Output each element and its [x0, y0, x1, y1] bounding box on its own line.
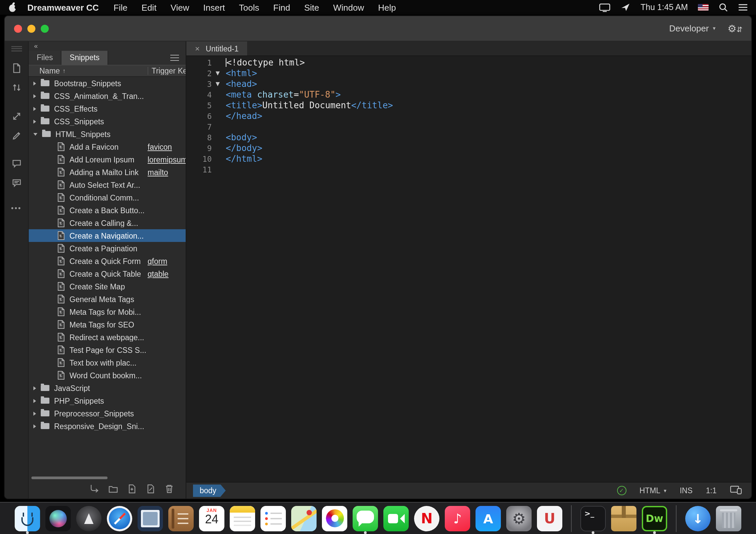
- tree-snippet-row[interactable]: Create a Pagination: [29, 242, 186, 255]
- messages-icon[interactable]: [353, 506, 378, 531]
- settings-gear-icon[interactable]: ⚙⇵: [728, 23, 742, 33]
- tree-snippet-row[interactable]: Create a Quick Tableqtable: [29, 267, 186, 280]
- dock-item-appstore[interactable]: A: [476, 502, 501, 534]
- dock-item-messages[interactable]: [353, 502, 378, 534]
- tree-snippet-row[interactable]: Create a Navigation...: [29, 229, 186, 242]
- close-window-button[interactable]: [14, 24, 22, 32]
- insert-mode-indicator[interactable]: INS: [680, 487, 693, 495]
- tree-snippet-row[interactable]: Adding a Mailto Linkmailto: [29, 166, 186, 178]
- code-text[interactable]: </html>: [224, 154, 262, 164]
- dock-item-calendar[interactable]: JAN24: [199, 502, 224, 534]
- scrollbar-thumb[interactable]: [31, 477, 108, 479]
- music-icon[interactable]: ♪: [445, 506, 470, 531]
- launchpad-icon[interactable]: [76, 506, 102, 531]
- tree-snippet-row[interactable]: Meta Tags for SEO: [29, 318, 186, 331]
- trigger-key[interactable]: mailto: [148, 168, 186, 176]
- tree-snippet-row[interactable]: Create Site Map: [29, 280, 186, 293]
- disclosure-open-icon[interactable]: [33, 133, 37, 135]
- code-text[interactable]: <body>: [224, 132, 257, 143]
- code-area[interactable]: 1<!doctype html>2▼<html>3▼<head>4<meta c…: [186, 56, 751, 482]
- transfer-arrows-icon[interactable]: [10, 110, 22, 122]
- delete-icon[interactable]: [164, 483, 175, 494]
- tree-snippet-row[interactable]: Create a Back Butto...: [29, 204, 186, 217]
- archive-icon[interactable]: [611, 506, 636, 531]
- edit-snippet-icon[interactable]: [145, 483, 156, 494]
- downloads-icon[interactable]: ↓: [685, 506, 711, 531]
- dock-item-dreamweaver[interactable]: Dw: [642, 502, 667, 534]
- tree-snippet-row[interactable]: Word Count bookm...: [29, 369, 186, 382]
- netflix-icon[interactable]: N: [414, 506, 439, 531]
- menu-help[interactable]: Help: [378, 2, 396, 12]
- tree-snippet-row[interactable]: Meta Tags for Mobi...: [29, 305, 186, 318]
- tree-folder-row[interactable]: CSS_Effects: [29, 102, 186, 115]
- sort-arrows-icon[interactable]: [10, 82, 22, 94]
- contacts-icon[interactable]: [168, 506, 194, 531]
- tree-folder-row[interactable]: CSS_Animation_&_Tran...: [29, 90, 186, 102]
- tree-snippet-row[interactable]: Create a Calling &...: [29, 217, 186, 229]
- menu-view[interactable]: View: [171, 2, 189, 12]
- code-text[interactable]: </body>: [224, 143, 262, 154]
- tree-snippet-row[interactable]: Add Loreum Ipsumloremipsum: [29, 153, 186, 166]
- menu-tools[interactable]: Tools: [239, 2, 259, 12]
- dock-item-magnet[interactable]: U: [537, 502, 562, 534]
- menubar-clock[interactable]: Thu 1:45 AM: [640, 3, 688, 12]
- terminal-icon[interactable]: >_: [580, 506, 606, 531]
- notes-icon[interactable]: [230, 506, 255, 531]
- tree-snippet-row[interactable]: Redirect a webpage...: [29, 331, 186, 344]
- appstore-icon[interactable]: A: [476, 506, 501, 531]
- dock-item-system-preferences[interactable]: ⚙: [506, 502, 532, 534]
- column-header-name[interactable]: Name ↑: [29, 67, 65, 75]
- zoom-window-button[interactable]: [41, 24, 49, 32]
- code-text[interactable]: <html>: [224, 68, 257, 79]
- disclosure-closed-icon[interactable]: [33, 81, 36, 85]
- tree-snippet-row[interactable]: Conditional Comm...: [29, 191, 186, 204]
- menubar-app-name[interactable]: Dreamweaver CC: [27, 2, 99, 12]
- menu-insert[interactable]: Insert: [203, 2, 225, 12]
- preview-devices-icon[interactable]: [730, 485, 742, 496]
- tree-snippet-row[interactable]: Test Page for CSS S...: [29, 344, 186, 356]
- code-text[interactable]: <!doctype html>: [224, 57, 305, 68]
- comment-lines-icon[interactable]: [10, 177, 22, 189]
- document-tab[interactable]: × Untitled-1: [186, 41, 247, 55]
- magnet-icon[interactable]: U: [537, 506, 562, 531]
- disclosure-closed-icon[interactable]: [33, 424, 36, 428]
- mail-icon[interactable]: [138, 506, 163, 531]
- panel-menu-icon[interactable]: [170, 55, 179, 61]
- code-text[interactable]: [224, 164, 226, 175]
- dock-item-downloads[interactable]: ↓: [685, 502, 711, 534]
- comment-bubble-icon[interactable]: [10, 158, 22, 170]
- code-text[interactable]: <head>: [224, 79, 257, 90]
- dock-item-launchpad[interactable]: [76, 502, 102, 534]
- tab-files[interactable]: Files: [29, 51, 62, 65]
- tree-snippet-row[interactable]: Add a Faviconfavicon: [29, 140, 186, 153]
- screen-share-icon[interactable]: [620, 3, 630, 12]
- dock-item-safari[interactable]: [107, 502, 132, 534]
- dock-item-facetime[interactable]: [383, 502, 409, 534]
- tree-folder-row[interactable]: Bootstrap_Snippets: [29, 77, 186, 90]
- photos-icon[interactable]: [322, 506, 347, 531]
- dreamweaver-icon[interactable]: Dw: [642, 506, 667, 531]
- dock-item-reminders[interactable]: [260, 502, 286, 534]
- tree-snippet-row[interactable]: Create a Quick Formqform: [29, 255, 186, 267]
- system-preferences-icon[interactable]: ⚙: [506, 506, 532, 531]
- tree-snippet-row[interactable]: Text box with plac...: [29, 356, 186, 369]
- finder-icon[interactable]: [15, 506, 40, 531]
- dock-item-music[interactable]: ♪: [445, 502, 470, 534]
- trash-icon[interactable]: [716, 506, 741, 531]
- code-text[interactable]: <meta charset="UTF-8">: [224, 90, 341, 100]
- sync-arrows-icon[interactable]: ⇵: [737, 25, 742, 33]
- disclosure-closed-icon[interactable]: [33, 107, 36, 111]
- code-text[interactable]: </head>: [224, 111, 262, 122]
- safari-icon[interactable]: [107, 506, 132, 531]
- dock-item-trash[interactable]: [716, 502, 741, 534]
- dock-item-finder[interactable]: [15, 502, 40, 534]
- fold-arrow-icon[interactable]: ▼: [212, 68, 224, 79]
- trigger-key[interactable]: loremipsum: [148, 155, 186, 163]
- trigger-key[interactable]: qform: [148, 257, 186, 265]
- dock-item-maps[interactable]: [291, 502, 317, 534]
- disclosure-closed-icon[interactable]: [33, 94, 36, 98]
- dock-item-netflix[interactable]: N: [414, 502, 439, 534]
- doctype-dropdown[interactable]: HTML ▾: [639, 487, 667, 495]
- display-icon[interactable]: [599, 3, 610, 12]
- siri-icon[interactable]: [45, 506, 71, 531]
